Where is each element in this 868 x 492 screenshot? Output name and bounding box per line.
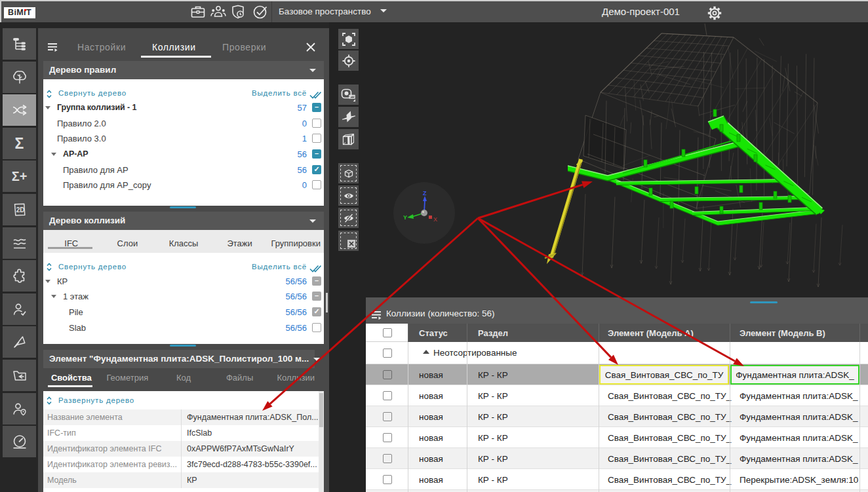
svg-text:Y: Y	[403, 214, 407, 221]
svg-text:X: X	[433, 216, 437, 223]
svg-text:2D: 2D	[16, 206, 24, 214]
svg-text:Z: Z	[423, 190, 427, 197]
